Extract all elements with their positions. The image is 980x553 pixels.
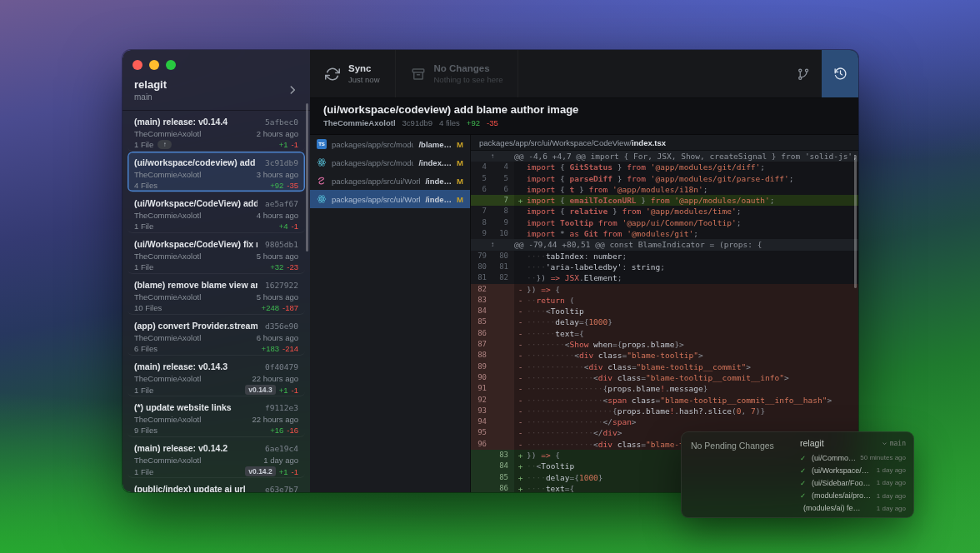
commit-item[interactable]: (blame) remove blame view and ad…1627922…	[128, 274, 305, 315]
commit-item[interactable]: (main) release: v0.14.26ae19c4TheCommieA…	[128, 437, 305, 478]
commit-item-top: (main) release: v0.14.30f40479	[134, 361, 298, 371]
diff-sign	[514, 272, 527, 283]
old-line-number: 83	[471, 295, 492, 306]
code-token: from	[627, 162, 651, 172]
zoom-window-button[interactable]	[166, 60, 176, 70]
commit-item[interactable]: (*) update website linksf9112e3TheCommie…	[128, 396, 305, 437]
popup-commit-item[interactable]: ✓(ui/Sidebar/Footer) …1 day ago	[800, 476, 906, 489]
pending-changes-popup: No Pending Changes relagit main ✓(ui/Com…	[681, 431, 914, 518]
code-token: (	[570, 296, 575, 305]
diff-line: 88-··········<div class="blame-tooltip">	[471, 350, 858, 361]
commit-item[interactable]: (ui/workspace/codeview) add blam…3c91db9…	[128, 152, 305, 192]
code-token: >	[632, 417, 637, 426]
commit-item-additions: +1	[279, 386, 288, 395]
file-status-modified: M	[457, 140, 463, 149]
diff-line: 78import { relative } from '@app/modules…	[471, 206, 858, 217]
file-item-directory: packages/app/src/ui/Work…	[332, 177, 420, 186]
code-token: ····	[527, 262, 546, 272]
new-line-number	[492, 372, 514, 383]
code-token: tabIndex	[546, 252, 584, 261]
commit-item[interactable]: (main) release: v0.14.30f40479TheCommieA…	[128, 356, 305, 396]
file-list-item[interactable]: TSpackages/app/src/module… /blame…M	[310, 135, 470, 153]
code-token: {	[560, 185, 569, 194]
code-token: class	[593, 351, 622, 360]
expand-up-icon[interactable]: ↑	[471, 151, 514, 162]
sidebar-scrollbar[interactable]	[306, 103, 308, 252]
sync-sublabel: Just now	[348, 75, 380, 84]
commit-item[interactable]: (ui/Workspace/CodeView) fix not s…9805db…	[128, 233, 305, 274]
commit-item-stats: v0.14.3+1-1	[245, 385, 298, 395]
popup-commit-item[interactable]: ✓(README) …1 day ago	[800, 515, 906, 518]
file-list-item[interactable]: packages/app/src/ui/Work… /inde…M	[310, 172, 470, 190]
code-token: ;	[660, 262, 665, 272]
code-token: ;	[693, 229, 698, 238]
close-window-button[interactable]	[132, 60, 142, 70]
diff-sign: -	[514, 427, 527, 438]
code-token: ····	[527, 484, 546, 492]
diff-scrollbar[interactable]	[854, 155, 857, 288]
commit-author: TheCommieAxolotl	[323, 118, 396, 127]
code-token: }	[608, 207, 622, 216]
file-list-item[interactable]: packages/app/src/module… /index.…M	[310, 153, 470, 172]
commit-deletions: -35	[487, 118, 498, 127]
popup-commit-item[interactable]: ✓(ui/Common/T…50 minutes ago	[800, 451, 906, 464]
popup-commit-item[interactable]: ✓(modules/ai/prompt…1 day ago	[800, 490, 906, 502]
commit-item-stats: +248-187	[262, 303, 298, 312]
code-token: }	[598, 473, 603, 482]
diff-line-code: ················{props.blame!.message}	[527, 383, 858, 394]
branches-button[interactable]	[785, 50, 822, 97]
popup-branch-selector[interactable]: main	[882, 440, 906, 447]
commit-item[interactable]: (ui/Workspace/CodeView) add size …ae5af6…	[128, 192, 305, 233]
commit-item[interactable]: (app) convert Provider.stream to As…d356…	[128, 315, 305, 356]
no-changes-button[interactable]: No Changes Nothing to see here	[396, 50, 519, 97]
old-line-number: 94	[471, 416, 492, 427]
sync-button[interactable]: Sync Just now	[310, 50, 396, 97]
code-token: Tooltip	[560, 218, 593, 227]
commit-item[interactable]: (main) release: v0.14.45afbec0TheCommieA…	[128, 111, 305, 152]
sync-label: Sync	[348, 63, 380, 74]
old-line-number: 89	[471, 361, 492, 372]
commit-meta: TheCommieAxolotl 3c91db9 4 files +92 -35	[323, 118, 845, 127]
code-token: span	[612, 417, 632, 426]
code-token: ={	[579, 317, 588, 326]
commit-item-bottom: 1 Filev0.14.2+1-1	[134, 466, 298, 476]
diff-sign	[514, 184, 527, 195]
commit-item-files: 1 File	[134, 467, 153, 476]
diff-sign: -	[514, 416, 527, 427]
minimize-window-button[interactable]	[149, 60, 159, 70]
commit-item[interactable]: (public/index) update ai urle63e7b7TheCo…	[128, 478, 305, 492]
file-list-item[interactable]: packages/app/src/ui/Works… /inde…M	[310, 190, 470, 208]
commit-item-author: TheCommieAxolotl	[134, 415, 201, 424]
code-token: class	[603, 362, 632, 371]
commit-item-deletions: -1	[292, 140, 298, 149]
diff-line-code: ··}) => JSX.Element;	[527, 272, 858, 283]
diff-line-code: ········<Show when={props.blame}>	[527, 339, 858, 350]
toolbar-spacer	[518, 50, 785, 97]
diff-line: ↑@@ -4,6 +4,7 @@ import { For, JSX, Show…	[471, 151, 858, 162]
commit-item-author: TheCommieAxolotl	[134, 292, 201, 301]
diff-line-code: ················<span class="blame-toolt…	[527, 395, 858, 406]
diff-line: 94-················</span>	[471, 416, 858, 427]
code-token: delay	[546, 473, 570, 482]
code-token: import	[527, 218, 560, 227]
commit-item-top: (ui/Workspace/CodeView) add size …ae5af6…	[134, 198, 298, 208]
diff-file-name: index.tsx	[632, 138, 666, 147]
diff-line: 91-················{props.blame!.message…	[471, 383, 858, 394]
diff-line: 910import * as Git from '@modules/git';	[471, 228, 858, 239]
check-icon: ✓	[800, 479, 808, 487]
history-button[interactable]	[822, 50, 858, 97]
diff-line: 7980····tabIndex: number;	[471, 251, 858, 262]
code-token: import	[527, 229, 560, 238]
diff-sign: -	[514, 295, 527, 306]
new-line-number	[492, 328, 514, 339]
repo-switcher[interactable]: relagit main	[122, 75, 310, 110]
popup-commit-item[interactable]: ✓(ui/Workspace/Hea…1 day ago	[800, 464, 906, 476]
expand-up-down-icon[interactable]: ↕	[471, 239, 514, 250]
sass-icon	[317, 176, 327, 186]
code-token: '@app/modules/i18n'	[612, 185, 703, 194]
code-token: as	[570, 229, 584, 238]
popup-commit-item[interactable]: ✓(modules/ai) feat: ignor…1 day ago	[800, 502, 906, 515]
popup-commit-title: (ui/Sidebar/Footer) …	[812, 479, 872, 487]
file-status-modified: M	[457, 158, 463, 167]
code-token: from	[588, 185, 612, 194]
